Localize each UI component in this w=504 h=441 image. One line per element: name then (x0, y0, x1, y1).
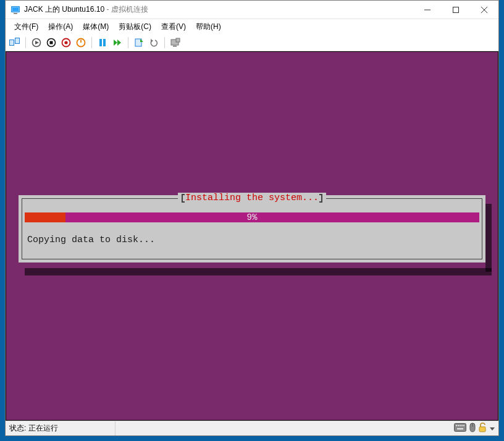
svg-rect-33 (457, 428, 463, 430)
revert-icon[interactable] (147, 36, 161, 49)
checkpoint-icon[interactable] (132, 36, 146, 49)
svg-marker-11 (35, 41, 39, 44)
progress-bar: 9% (25, 212, 479, 222)
vm-connection-window: JACK 上的 Ubuntu16.10 - 虚拟机连接 文件(F) 操作(A) … (5, 0, 499, 436)
status-bar: 状态: 正在运行 (6, 421, 498, 435)
lock-open-icon (479, 422, 487, 434)
menu-file[interactable]: 文件(F) (9, 20, 43, 33)
svg-rect-9 (15, 38, 20, 43)
window-title: JACK 上的 Ubuntu16.10 - 虚拟机连接 (24, 4, 413, 15)
shutdown-icon[interactable] (59, 36, 73, 49)
dialog-border (22, 198, 482, 259)
svg-rect-28 (456, 425, 457, 426)
start-icon[interactable] (30, 36, 43, 49)
mouse-icon (469, 422, 476, 434)
guest-display[interactable]: Installing the system... 9% Copying data… (6, 52, 498, 420)
svg-rect-29 (458, 425, 459, 426)
dialog-shadow (25, 268, 492, 275)
pause-icon[interactable] (96, 36, 109, 49)
svg-rect-31 (461, 425, 463, 426)
svg-rect-13 (50, 41, 53, 44)
menu-action[interactable]: 操作(A) (43, 20, 78, 33)
enhanced-session-icon[interactable] (169, 36, 182, 49)
svg-marker-23 (151, 39, 153, 43)
menu-bar: 文件(F) 操作(A) 媒体(M) 剪贴板(C) 查看(V) 帮助(H) (6, 19, 498, 34)
svg-rect-30 (460, 425, 461, 426)
progress-percent-label: 9% (247, 212, 258, 222)
minimize-button[interactable] (413, 1, 442, 19)
toolbar-separator (91, 37, 92, 48)
keyboard-icon (454, 423, 466, 434)
svg-rect-2 (12, 7, 19, 11)
guest-display-frame: Installing the system... 9% Copying data… (6, 51, 498, 421)
maximize-button[interactable] (442, 1, 470, 19)
svg-rect-25 (173, 46, 177, 47)
ctrl-alt-del-icon[interactable] (8, 36, 22, 49)
menu-media[interactable]: 媒体(M) (78, 20, 114, 33)
chevron-down-icon[interactable] (490, 424, 495, 433)
svg-rect-32 (463, 425, 464, 426)
svg-rect-27 (455, 424, 466, 432)
vm-monitor-icon (10, 5, 20, 15)
installer-status-text: Copying data to disk... (25, 235, 479, 245)
svg-marker-36 (490, 427, 495, 430)
installer-dialog: Installing the system... 9% Copying data… (19, 195, 485, 262)
svg-marker-20 (114, 40, 117, 46)
vm-status-label: 状态: 正在运行 (9, 423, 58, 434)
progress-fill (25, 212, 65, 222)
status-divider (115, 421, 116, 435)
installer-title-text: Installing the system... (185, 193, 319, 203)
save-icon[interactable] (74, 36, 88, 49)
svg-rect-19 (103, 39, 106, 46)
installer-title: Installing the system... (178, 193, 326, 203)
svg-rect-5 (453, 7, 459, 12)
window-controls (413, 1, 498, 19)
toolbar-separator (25, 37, 26, 48)
title-secondary: 虚拟机连接 (111, 5, 148, 14)
bracket-right-icon (321, 194, 322, 203)
svg-rect-18 (99, 39, 102, 46)
svg-rect-3 (14, 13, 17, 14)
svg-line-7 (481, 7, 487, 13)
menu-clipboard[interactable]: 剪贴板(C) (114, 20, 156, 33)
title-primary: JACK 上的 Ubuntu16.10 (24, 5, 104, 14)
svg-rect-35 (479, 427, 485, 432)
bracket-left-icon (182, 194, 183, 203)
turnoff-icon[interactable] (44, 36, 58, 49)
menu-view[interactable]: 查看(V) (156, 20, 191, 33)
reset-icon[interactable] (111, 36, 124, 49)
title-bar: JACK 上的 Ubuntu16.10 - 虚拟机连接 (6, 1, 498, 19)
toolbar-separator (164, 37, 165, 48)
title-separator: - (104, 5, 111, 14)
status-icons (454, 422, 495, 434)
toolbar-separator (128, 37, 128, 48)
svg-rect-8 (10, 40, 14, 45)
dialog-shadow (485, 204, 492, 272)
svg-line-6 (481, 7, 487, 13)
svg-rect-26 (176, 38, 180, 42)
menu-help[interactable]: 帮助(H) (191, 20, 226, 33)
toolbar (6, 34, 498, 51)
close-button[interactable] (470, 1, 498, 19)
svg-point-15 (64, 41, 67, 44)
svg-marker-21 (117, 40, 121, 46)
